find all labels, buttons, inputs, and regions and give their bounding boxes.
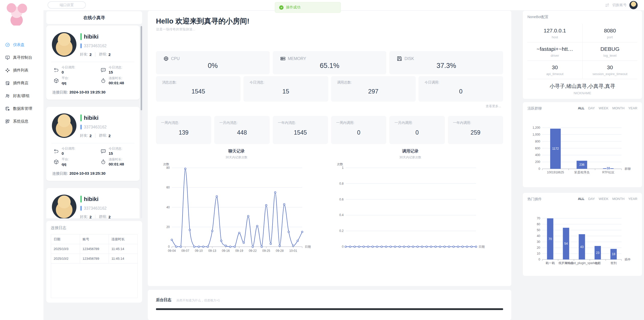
config-value: 小寻子,绪山真寻,小真寻,真寻 [527,83,637,90]
bot-id: 3373463162 [84,206,107,211]
sidebar-item-dashboard[interactable]: 仪表盘 [0,38,43,51]
stat-card-month-calls: 一月内调用:0 [389,116,445,144]
bot-avatar [52,195,76,218]
tab-day[interactable]: DAY [588,106,595,110]
platform-cell: 平台:qq [53,157,69,166]
bot-name: hibiki [84,196,98,203]
switch-account[interactable]: 切换账号 [605,0,638,10]
bot-name-row: hibiki [81,33,98,40]
svg-text:插件: 插件 [625,258,631,261]
friends-label: 好友: [80,215,88,218]
bot-list-scrollbar-thumb[interactable] [141,26,142,110]
table-header-row: 日期 账号 连接时长 [51,234,138,244]
svg-text:09-04: 09-04 [168,249,176,253]
cube-icon [53,159,59,165]
tab-all[interactable]: ALL [578,106,584,110]
config-label: NICKNAME [527,91,637,95]
bot-list: hibiki 3373463162 好友:2 群组:2 今日调用:0 今日消息:… [46,26,142,218]
tab-week[interactable]: WEEK [599,106,608,110]
cpu-label: CPU [171,56,180,61]
groups-label: 群组: [99,215,107,218]
call-record-chart: 调用记录 30天内记录次数 00.20.40.60.81次数日期 [330,149,491,257]
today-messages-label: 今日消息: [109,65,122,70]
user-avatar[interactable] [629,1,638,9]
port-settings-button[interactable]: 端口设置 [48,1,86,9]
stopwatch-icon [100,159,106,165]
terminal-top-bar [156,308,503,310]
tab-week[interactable]: WEEK [599,197,608,201]
stat-label: 一月内调用: [394,121,413,125]
svg-text:1: 1 [342,166,344,170]
stat-value: 1545 [273,129,328,136]
duration-cell: 连接时长:00:01:48 [100,157,124,166]
tab-month[interactable]: MONTH [612,106,625,110]
config-value: DEBUG [584,46,637,52]
config-value: 30 [584,64,637,70]
cpu-icon [163,56,169,62]
stat-value: 15 [243,88,328,95]
tab-day[interactable]: DAY [588,197,595,201]
sidebar-item-console[interactable]: 真寻控制台 [0,51,43,64]
stat-card-total-calls: 调用总数:297 [331,76,416,102]
svg-text:09-28: 09-28 [276,249,284,253]
store-icon [5,81,10,86]
view-more-link[interactable]: 查看更多... [486,104,501,109]
config-label: port [584,35,637,39]
svg-text:色图: 色图 [594,261,601,265]
svg-text:09-19: 09-19 [235,249,243,253]
svg-text:0: 0 [168,245,170,248]
tab-year[interactable]: YEAR [628,197,637,201]
connect-date-value: 2024-10-03 19:25:30 [70,171,106,175]
today-calls-value: 0 [62,151,75,156]
sidebar-item-plugin-store[interactable]: 插件商店 [0,77,43,89]
tab-month[interactable]: MONTH [612,197,625,201]
friends-label: 好友: [80,133,88,138]
main-panel: Hello 欢迎来到真寻的小房间! 这是一场传奇的冒险旅途... CPU 0% … [148,11,511,286]
svg-text:1,200: 1,200 [533,126,540,129]
sidebar-item-label: 数据库管理 [13,106,32,111]
cell-date: 2025/10/2 [51,254,80,264]
today-messages-cell: 今日消息:15 [100,65,122,74]
svg-text:0.2: 0.2 [339,229,344,233]
bot-card: hibiki 3373463162 好友:2 群组:2 今日调用:0 今日消息:… [46,26,140,100]
stat-value: 448 [214,129,269,136]
svg-text:70: 70 [548,237,552,241]
active-groups-card: 活跃群聊 ALL DAY WEEK MONTH YEAR 02004006008… [523,102,642,187]
groups-count: 2 [108,134,110,138]
stat-label: 调用总数: [337,80,352,85]
cube-icon [53,78,59,84]
system-grid-icon [5,119,10,124]
sidebar-item-label: 插件商店 [13,81,28,86]
svg-text:1172: 1172 [552,147,559,150]
connect-date-label: 连接日期: [52,90,68,94]
config-value: 30 [528,64,581,70]
svg-text:09-07: 09-07 [181,249,189,253]
hot-plugins-card: 热门插件 ALL DAY WEEK MONTH YEAR 01020304050… [523,193,642,276]
platform-label: 平台: [62,157,69,162]
sidebar-item-plugin-list[interactable]: 插件列表 [0,64,43,77]
page-subtitle: 这是一场传奇的冒险旅途... [156,27,195,32]
platform-label: 平台: [62,76,69,80]
active-groups-title: 活跃群聊 [527,106,542,111]
bot-avatar [52,113,76,138]
sidebar-item-database[interactable]: 数据库管理 [0,102,43,115]
stat-label: 一年内调用: [453,121,471,125]
stat-card-today-messages: 今日消息:15 [243,76,328,102]
sidebar-item-system-info[interactable]: 系统信息 [0,115,43,128]
connection-log-card: 连接日志 日期 账号 连接时长 2025/10/3 123456789 11:4… [46,221,142,303]
svg-text:40: 40 [537,234,540,238]
tab-year[interactable]: YEAR [628,106,637,110]
col-account: 账号 [80,234,109,244]
connect-date-value: 2024-10-03 19:25:30 [70,90,106,94]
sidebar-item-label: 真寻控制台 [13,55,32,60]
disk-card: DISK 37.3% [389,51,503,74]
svg-text:nonebot_plugin_sparkapi: nonebot_plugin_sparkapi [565,261,599,265]
bot-counts: 好友:2 群组:2 [80,52,110,57]
config-label: session_expire_timeout [584,72,637,76]
tab-all[interactable]: ALL [578,197,584,201]
config-value: 8080 [584,28,637,34]
bot-card: hibiki 3373463162 好友:2 群组:2 [46,188,140,218]
connection-log-title: 连接日志 [51,226,66,230]
sidebar-item-friends-groups[interactable]: 好友/群组 [0,89,43,102]
svg-text:0.8: 0.8 [339,182,344,185]
